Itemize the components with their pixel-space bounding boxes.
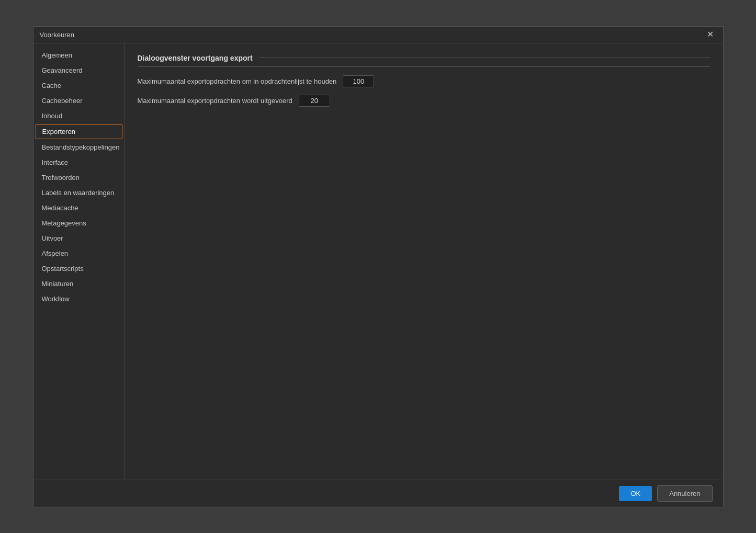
sidebar-item-cache[interactable]: Cache — [33, 78, 125, 93]
field-label-max-export-concurrent: Maximumaantal exportopdrachten wordt uit… — [138, 97, 292, 105]
sidebar-item-trefwoorden[interactable]: Trefwoorden — [33, 170, 125, 185]
section-title: Dialoogvenster voortgang export — [138, 54, 710, 67]
sidebar-item-bestandstypekoppelingen[interactable]: Bestandstypekoppelingen — [33, 140, 125, 155]
content-area: AlgemeenGeavanceerdCacheCachebeheerInhou… — [33, 43, 723, 480]
sidebar-item-algemeen[interactable]: Algemeen — [33, 48, 125, 63]
field-row-max-export-concurrent: Maximumaantal exportopdrachten wordt uit… — [138, 95, 710, 107]
sidebar-item-exporteren[interactable]: Exporteren — [36, 124, 122, 139]
preferences-window: Voorkeuren ✕ AlgemeenGeavanceerdCacheCac… — [33, 26, 724, 507]
ok-button[interactable]: OK — [619, 486, 652, 501]
sidebar-item-inhoud[interactable]: Inhoud — [33, 108, 125, 123]
footer: OK Annuleren — [33, 480, 723, 507]
sidebar-item-workflow[interactable]: Workflow — [33, 291, 125, 307]
sidebar-item-interface[interactable]: Interface — [33, 155, 125, 170]
fields-container: Maximumaantal exportopdrachten om in opd… — [138, 75, 710, 107]
sidebar-item-uitvoer[interactable]: Uitvoer — [33, 231, 125, 246]
field-label-max-export-queue: Maximumaantal exportopdrachten om in opd… — [138, 77, 337, 85]
section-title-text: Dialoogvenster voortgang export — [138, 54, 253, 62]
sidebar-item-mediacache[interactable]: Mediacache — [33, 200, 125, 216]
sidebar: AlgemeenGeavanceerdCacheCachebeheerInhou… — [33, 43, 125, 480]
sidebar-item-afspelen[interactable]: Afspelen — [33, 246, 125, 261]
sidebar-item-labels-en-waarderingen[interactable]: Labels en waarderingen — [33, 185, 125, 200]
sidebar-item-geavanceerd[interactable]: Geavanceerd — [33, 63, 125, 78]
section-divider — [259, 58, 710, 58]
titlebar: Voorkeuren ✕ — [33, 27, 723, 43]
field-row-max-export-queue: Maximumaantal exportopdrachten om in opd… — [138, 75, 710, 87]
field-input-max-export-concurrent[interactable] — [299, 95, 330, 107]
sidebar-item-miniaturen[interactable]: Miniaturen — [33, 276, 125, 291]
sidebar-item-cachebeheer[interactable]: Cachebeheer — [33, 93, 125, 108]
window-title: Voorkeuren — [40, 31, 75, 39]
cancel-button[interactable]: Annuleren — [657, 485, 712, 502]
close-button[interactable]: ✕ — [704, 29, 717, 40]
main-panel: Dialoogvenster voortgang export Maximuma… — [125, 43, 723, 480]
field-input-max-export-queue[interactable] — [343, 75, 374, 87]
sidebar-item-metagegevens[interactable]: Metagegevens — [33, 216, 125, 231]
sidebar-item-opstartscripts[interactable]: Opstartscripts — [33, 261, 125, 276]
